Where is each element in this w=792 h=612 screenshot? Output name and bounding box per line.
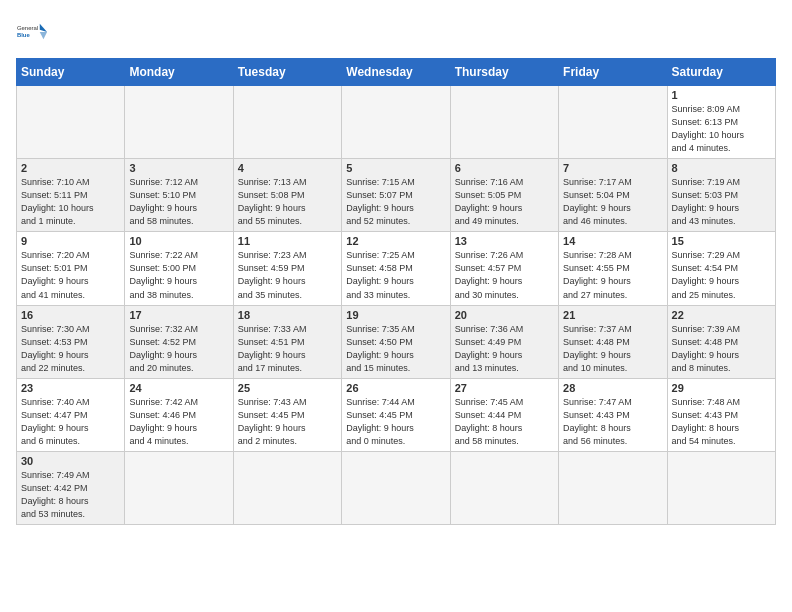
weekday-header-sunday: Sunday	[17, 59, 125, 86]
day-info: Sunrise: 7:37 AM Sunset: 4:48 PM Dayligh…	[563, 323, 662, 375]
calendar-day-13: 13Sunrise: 7:26 AM Sunset: 4:57 PM Dayli…	[450, 232, 558, 305]
day-info: Sunrise: 7:19 AM Sunset: 5:03 PM Dayligh…	[672, 176, 771, 228]
day-number: 27	[455, 382, 554, 394]
calendar-day-17: 17Sunrise: 7:32 AM Sunset: 4:52 PM Dayli…	[125, 305, 233, 378]
day-info: Sunrise: 7:10 AM Sunset: 5:11 PM Dayligh…	[21, 176, 120, 228]
day-info: Sunrise: 7:29 AM Sunset: 4:54 PM Dayligh…	[672, 249, 771, 301]
calendar-day-28: 28Sunrise: 7:47 AM Sunset: 4:43 PM Dayli…	[559, 378, 667, 451]
calendar-day-empty	[450, 451, 558, 524]
calendar-day-26: 26Sunrise: 7:44 AM Sunset: 4:45 PM Dayli…	[342, 378, 450, 451]
day-number: 20	[455, 309, 554, 321]
calendar-day-empty	[559, 86, 667, 159]
day-info: Sunrise: 7:40 AM Sunset: 4:47 PM Dayligh…	[21, 396, 120, 448]
calendar-day-15: 15Sunrise: 7:29 AM Sunset: 4:54 PM Dayli…	[667, 232, 775, 305]
day-number: 15	[672, 235, 771, 247]
calendar-day-empty	[125, 451, 233, 524]
day-info: Sunrise: 7:23 AM Sunset: 4:59 PM Dayligh…	[238, 249, 337, 301]
calendar-day-empty	[233, 86, 341, 159]
day-info: Sunrise: 7:47 AM Sunset: 4:43 PM Dayligh…	[563, 396, 662, 448]
weekday-header-row: SundayMondayTuesdayWednesdayThursdayFrid…	[17, 59, 776, 86]
generalblue-logo-icon: GeneralBlue	[16, 16, 48, 48]
day-number: 3	[129, 162, 228, 174]
day-info: Sunrise: 7:22 AM Sunset: 5:00 PM Dayligh…	[129, 249, 228, 301]
calendar-day-22: 22Sunrise: 7:39 AM Sunset: 4:48 PM Dayli…	[667, 305, 775, 378]
svg-marker-3	[40, 32, 47, 39]
svg-text:General: General	[17, 25, 38, 31]
weekday-header-saturday: Saturday	[667, 59, 775, 86]
calendar-week-row: 23Sunrise: 7:40 AM Sunset: 4:47 PM Dayli…	[17, 378, 776, 451]
calendar-day-empty	[233, 451, 341, 524]
calendar-week-row: 9Sunrise: 7:20 AM Sunset: 5:01 PM Daylig…	[17, 232, 776, 305]
day-info: Sunrise: 7:20 AM Sunset: 5:01 PM Dayligh…	[21, 249, 120, 301]
calendar-day-16: 16Sunrise: 7:30 AM Sunset: 4:53 PM Dayli…	[17, 305, 125, 378]
day-number: 18	[238, 309, 337, 321]
day-info: Sunrise: 7:16 AM Sunset: 5:05 PM Dayligh…	[455, 176, 554, 228]
day-number: 9	[21, 235, 120, 247]
day-info: Sunrise: 7:36 AM Sunset: 4:49 PM Dayligh…	[455, 323, 554, 375]
calendar-week-row: 16Sunrise: 7:30 AM Sunset: 4:53 PM Dayli…	[17, 305, 776, 378]
svg-marker-2	[40, 24, 47, 32]
logo: GeneralBlue	[16, 16, 48, 48]
calendar-day-12: 12Sunrise: 7:25 AM Sunset: 4:58 PM Dayli…	[342, 232, 450, 305]
calendar-week-row: 2Sunrise: 7:10 AM Sunset: 5:11 PM Daylig…	[17, 159, 776, 232]
day-number: 28	[563, 382, 662, 394]
calendar-day-empty	[17, 86, 125, 159]
calendar-table: SundayMondayTuesdayWednesdayThursdayFrid…	[16, 58, 776, 525]
calendar-day-empty	[450, 86, 558, 159]
day-info: Sunrise: 7:12 AM Sunset: 5:10 PM Dayligh…	[129, 176, 228, 228]
calendar-day-empty	[667, 451, 775, 524]
day-number: 26	[346, 382, 445, 394]
day-info: Sunrise: 7:45 AM Sunset: 4:44 PM Dayligh…	[455, 396, 554, 448]
calendar-day-30: 30Sunrise: 7:49 AM Sunset: 4:42 PM Dayli…	[17, 451, 125, 524]
day-number: 23	[21, 382, 120, 394]
calendar-day-10: 10Sunrise: 7:22 AM Sunset: 5:00 PM Dayli…	[125, 232, 233, 305]
day-number: 6	[455, 162, 554, 174]
day-number: 10	[129, 235, 228, 247]
day-info: Sunrise: 7:49 AM Sunset: 4:42 PM Dayligh…	[21, 469, 120, 521]
day-info: Sunrise: 7:25 AM Sunset: 4:58 PM Dayligh…	[346, 249, 445, 301]
calendar-day-11: 11Sunrise: 7:23 AM Sunset: 4:59 PM Dayli…	[233, 232, 341, 305]
day-info: Sunrise: 8:09 AM Sunset: 6:13 PM Dayligh…	[672, 103, 771, 155]
calendar-day-1: 1Sunrise: 8:09 AM Sunset: 6:13 PM Daylig…	[667, 86, 775, 159]
day-info: Sunrise: 7:26 AM Sunset: 4:57 PM Dayligh…	[455, 249, 554, 301]
calendar-day-21: 21Sunrise: 7:37 AM Sunset: 4:48 PM Dayli…	[559, 305, 667, 378]
calendar-day-empty	[342, 86, 450, 159]
calendar-day-2: 2Sunrise: 7:10 AM Sunset: 5:11 PM Daylig…	[17, 159, 125, 232]
day-number: 12	[346, 235, 445, 247]
weekday-header-thursday: Thursday	[450, 59, 558, 86]
page-header: GeneralBlue	[16, 16, 776, 48]
calendar-day-5: 5Sunrise: 7:15 AM Sunset: 5:07 PM Daylig…	[342, 159, 450, 232]
calendar-week-row: 30Sunrise: 7:49 AM Sunset: 4:42 PM Dayli…	[17, 451, 776, 524]
day-number: 11	[238, 235, 337, 247]
day-number: 14	[563, 235, 662, 247]
day-info: Sunrise: 7:28 AM Sunset: 4:55 PM Dayligh…	[563, 249, 662, 301]
day-number: 4	[238, 162, 337, 174]
calendar-day-25: 25Sunrise: 7:43 AM Sunset: 4:45 PM Dayli…	[233, 378, 341, 451]
day-info: Sunrise: 7:44 AM Sunset: 4:45 PM Dayligh…	[346, 396, 445, 448]
calendar-day-4: 4Sunrise: 7:13 AM Sunset: 5:08 PM Daylig…	[233, 159, 341, 232]
calendar-day-9: 9Sunrise: 7:20 AM Sunset: 5:01 PM Daylig…	[17, 232, 125, 305]
calendar-day-7: 7Sunrise: 7:17 AM Sunset: 5:04 PM Daylig…	[559, 159, 667, 232]
calendar-day-20: 20Sunrise: 7:36 AM Sunset: 4:49 PM Dayli…	[450, 305, 558, 378]
calendar-day-14: 14Sunrise: 7:28 AM Sunset: 4:55 PM Dayli…	[559, 232, 667, 305]
calendar-day-27: 27Sunrise: 7:45 AM Sunset: 4:44 PM Dayli…	[450, 378, 558, 451]
calendar-day-empty	[559, 451, 667, 524]
calendar-week-row: 1Sunrise: 8:09 AM Sunset: 6:13 PM Daylig…	[17, 86, 776, 159]
day-info: Sunrise: 7:35 AM Sunset: 4:50 PM Dayligh…	[346, 323, 445, 375]
calendar-day-empty	[342, 451, 450, 524]
weekday-header-friday: Friday	[559, 59, 667, 86]
day-number: 8	[672, 162, 771, 174]
day-info: Sunrise: 7:32 AM Sunset: 4:52 PM Dayligh…	[129, 323, 228, 375]
calendar-day-18: 18Sunrise: 7:33 AM Sunset: 4:51 PM Dayli…	[233, 305, 341, 378]
day-info: Sunrise: 7:39 AM Sunset: 4:48 PM Dayligh…	[672, 323, 771, 375]
calendar-day-3: 3Sunrise: 7:12 AM Sunset: 5:10 PM Daylig…	[125, 159, 233, 232]
calendar-day-24: 24Sunrise: 7:42 AM Sunset: 4:46 PM Dayli…	[125, 378, 233, 451]
day-number: 1	[672, 89, 771, 101]
day-number: 2	[21, 162, 120, 174]
day-info: Sunrise: 7:43 AM Sunset: 4:45 PM Dayligh…	[238, 396, 337, 448]
day-number: 16	[21, 309, 120, 321]
day-info: Sunrise: 7:17 AM Sunset: 5:04 PM Dayligh…	[563, 176, 662, 228]
svg-text:Blue: Blue	[17, 32, 31, 38]
day-info: Sunrise: 7:15 AM Sunset: 5:07 PM Dayligh…	[346, 176, 445, 228]
calendar-day-19: 19Sunrise: 7:35 AM Sunset: 4:50 PM Dayli…	[342, 305, 450, 378]
